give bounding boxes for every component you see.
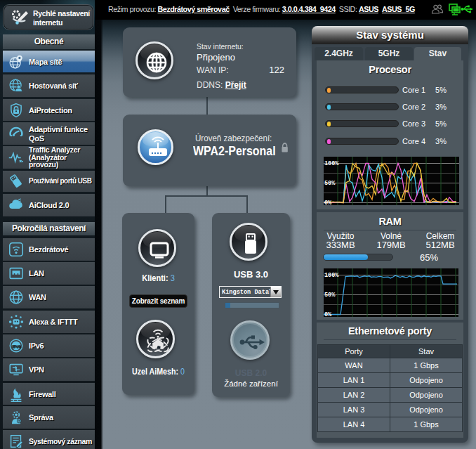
svg-text:50%: 50%	[324, 180, 336, 187]
svg-text:0%: 0%	[324, 200, 332, 205]
svg-text:50%: 50%	[324, 292, 336, 299]
svg-text:IPV6: IPV6	[12, 344, 21, 349]
svg-text:0%: 0%	[324, 311, 332, 317]
svg-text:100%: 100%	[324, 160, 339, 167]
svg-text:100%: 100%	[324, 272, 339, 279]
